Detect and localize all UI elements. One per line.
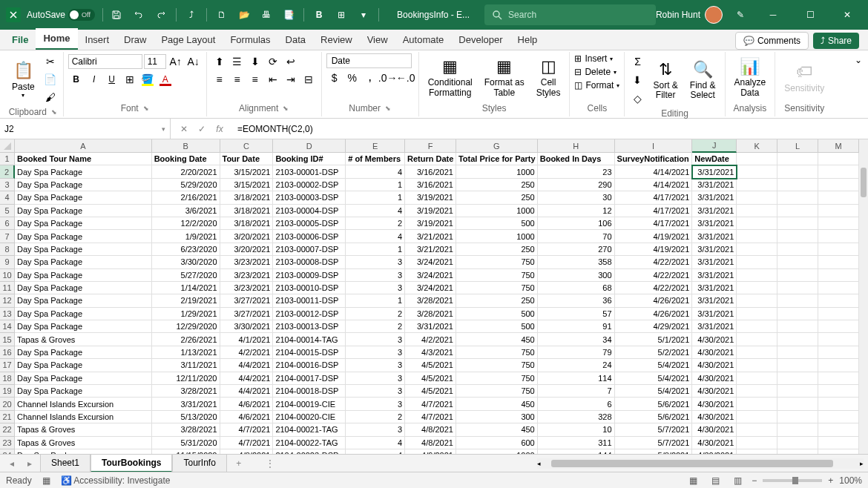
cell[interactable]: 5/31/2020 [152,437,220,449]
cell[interactable]: 3 [346,256,405,268]
header-cell[interactable]: Booking ID# [273,153,346,165]
cell[interactable]: 4/30/2021 [692,398,737,410]
cell[interactable] [777,320,818,333]
cell[interactable]: 3/20/2021 [220,230,274,243]
row-header[interactable]: 7 [0,230,15,243]
cell[interactable]: 250 [456,294,538,307]
name-box[interactable]: ▾ [0,119,171,139]
cell[interactable]: Day Spa Package [15,179,152,191]
cell[interactable] [777,294,818,307]
cell[interactable] [818,449,859,454]
cell[interactable]: 4/22/2021 [615,282,693,294]
cell[interactable] [737,437,777,449]
tab-developer[interactable]: Developer [451,30,510,50]
cell[interactable]: 3 [346,269,405,282]
tab-insert[interactable]: Insert [78,30,117,50]
cell[interactable]: Day Spa Package [15,217,152,230]
select-all-corner[interactable] [0,139,15,153]
cell[interactable]: 3/31/2021 [692,191,737,204]
cell[interactable]: 2/20/2021 [152,165,220,178]
cell[interactable]: 4/8/2021 [405,437,456,449]
cell[interactable]: 450 [456,423,538,436]
cell[interactable]: 3/31/2021 [692,217,737,230]
cell[interactable] [777,243,818,256]
font-name-select[interactable] [68,54,142,69]
tab-home[interactable]: Home [36,28,77,50]
cell[interactable] [737,282,777,294]
cell[interactable]: 4/5/2021 [405,372,456,385]
sheet-nav-next-icon[interactable]: ▸ [22,456,37,471]
cell[interactable]: 500 [456,320,538,333]
cell[interactable]: 3/28/2021 [152,423,220,436]
cell[interactable]: 5/8/2021 [615,449,693,454]
cell[interactable]: Channel Islands Excursion [15,398,152,410]
normal-view-icon[interactable]: ▦ [685,474,701,487]
cell[interactable]: 91 [538,320,615,333]
cell[interactable]: 3/6/2021 [152,205,220,217]
cell[interactable]: 23 [538,165,615,178]
header-cell[interactable]: SurveyNotification [615,153,693,165]
cell[interactable]: 3/30/2021 [220,320,274,333]
name-box-input[interactable] [4,124,138,134]
cell[interactable]: 4/14/2021 [615,179,693,191]
cell[interactable]: 3/19/2021 [405,217,456,230]
row-header[interactable]: 18 [0,372,15,385]
cell[interactable]: 4/7/2021 [405,398,456,410]
cell[interactable]: 500 [456,308,538,320]
cell[interactable]: 3/31/2021 [692,320,737,333]
cell[interactable]: 4/30/2021 [692,372,737,385]
cell[interactable]: 358 [538,256,615,268]
column-header[interactable]: M [818,139,859,153]
cell[interactable]: 2103-00010-DSP [273,282,346,294]
cell[interactable]: 300 [538,269,615,282]
cell[interactable]: 3/18/2021 [220,217,274,230]
cell[interactable] [818,398,859,410]
cell[interactable]: 2/19/2021 [152,294,220,307]
cell[interactable]: 2 [346,308,405,320]
cell[interactable]: 250 [456,243,538,256]
cell[interactable]: 4/4/2021 [220,359,274,372]
cell[interactable]: 3/23/2021 [220,269,274,282]
cell[interactable]: 3/31/2021 [692,308,737,320]
cell[interactable] [737,372,777,385]
dialog-launcher-icon[interactable]: ⬊ [385,105,391,112]
cell[interactable]: 3/23/2021 [220,256,274,268]
cell[interactable]: 3 [346,398,405,410]
cell[interactable]: 2104-00020-CIE [273,411,346,423]
column-header[interactable]: G [456,139,538,153]
cell[interactable] [818,217,859,230]
cell[interactable] [777,398,818,410]
cell[interactable]: 3/18/2021 [220,191,274,204]
cell[interactable]: 3 [346,346,405,359]
tab-file[interactable]: File [4,30,36,50]
cell[interactable]: 2103-00002-DSP [273,179,346,191]
cell[interactable]: 2 [346,411,405,423]
cell[interactable]: Tapas & Groves [15,333,152,346]
cell[interactable]: 3/31/2021 [692,230,737,243]
cell[interactable]: 450 [456,398,538,410]
cell[interactable]: 4 [346,205,405,217]
cell[interactable]: 4/1/2021 [220,333,274,346]
cell[interactable] [777,282,818,294]
cell[interactable]: 6 [538,398,615,410]
horizontal-scrollbar[interactable]: ◂ ▸ [537,458,864,469]
cell[interactable]: 4/30/2021 [692,346,737,359]
cell[interactable] [737,191,777,204]
collapse-ribbon-icon[interactable]: ⌄ [855,55,862,65]
cell[interactable]: 4/7/2021 [220,423,274,436]
header-cell[interactable]: # of Members [346,153,405,165]
cell[interactable]: 250 [456,191,538,204]
cell[interactable]: 1000 [456,230,538,243]
cell[interactable] [737,308,777,320]
cell[interactable]: 3/16/2021 [405,165,456,178]
cell[interactable]: Channel Islands Excursion [15,411,152,423]
fill-icon[interactable]: ⬇ [629,72,645,88]
add-sheet-button[interactable]: + [230,458,248,469]
cell[interactable] [777,179,818,191]
cell[interactable]: 4/30/2021 [692,411,737,423]
cell[interactable]: 3 [346,359,405,372]
dialog-launcher-icon[interactable]: ⬊ [51,108,57,116]
cell[interactable]: Day Spa Package [15,269,152,282]
cell[interactable]: 2104-00022-TAG [273,437,346,449]
increase-decimal-icon[interactable]: .0→ [380,70,396,86]
